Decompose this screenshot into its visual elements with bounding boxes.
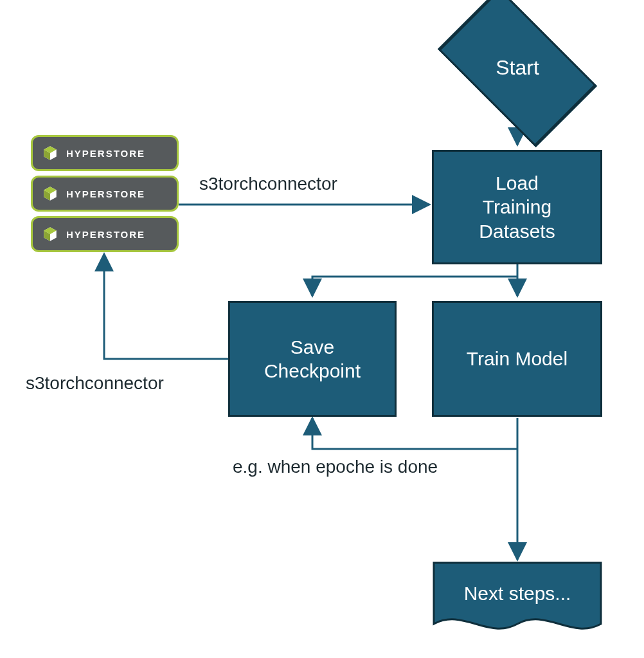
node-train-model: Train Model xyxy=(432,301,602,417)
cube-icon xyxy=(42,226,58,242)
cube-icon xyxy=(42,185,58,202)
hyperstore-card-3: HYPERSTORE xyxy=(31,216,179,252)
label-s3-left: s3torchconnector xyxy=(26,373,164,394)
node-start: Start xyxy=(440,23,595,113)
label-s3-top: s3torchconnector xyxy=(199,174,337,194)
flow-diagram: Start Load Training Datasets Train Model… xyxy=(0,0,644,658)
node-load-datasets: Load Training Datasets xyxy=(432,150,602,264)
hyperstore-label: HYPERSTORE xyxy=(66,188,145,199)
node-next-steps: Next steps... xyxy=(434,563,601,627)
node-start-label: Start xyxy=(440,23,595,113)
hyperstore-card-1: HYPERSTORE xyxy=(31,135,179,171)
node-next-label: Next steps... xyxy=(434,563,601,624)
hyperstore-label: HYPERSTORE xyxy=(66,148,145,159)
node-load-label: Load Training Datasets xyxy=(479,171,555,244)
cube-icon xyxy=(42,145,58,161)
node-train-label: Train Model xyxy=(467,347,568,371)
hyperstore-label: HYPERSTORE xyxy=(66,229,145,240)
hyperstore-card-2: HYPERSTORE xyxy=(31,176,179,212)
node-save-label: Save Checkpoint xyxy=(264,335,361,383)
label-epoch-note: e.g. when epoche is done xyxy=(233,457,438,477)
node-save-checkpoint: Save Checkpoint xyxy=(228,301,397,417)
